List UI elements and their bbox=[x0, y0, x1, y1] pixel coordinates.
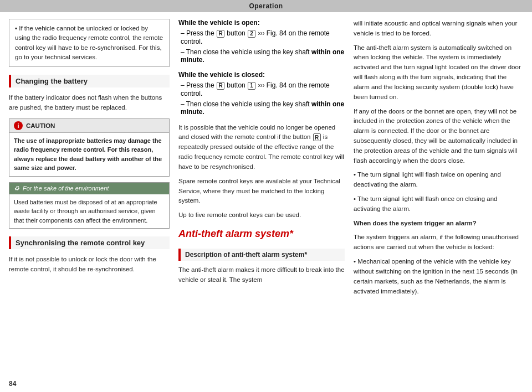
inline-button: R bbox=[313, 133, 321, 141]
closed-button-1: 1 bbox=[248, 82, 255, 90]
page-number: 84 bbox=[0, 379, 532, 392]
left-column: • If the vehicle cannot be unlocked or l… bbox=[9, 19, 170, 372]
caution-label: CAUTION bbox=[26, 122, 55, 129]
when-body: The system triggers an alarm, if the fol… bbox=[354, 233, 523, 252]
page: Operation • If the vehicle cannot be unl… bbox=[0, 0, 532, 392]
environment-header: ♻ For the sake of the environment bbox=[9, 183, 169, 194]
right-bullet1: • The turn signal light will flash twice… bbox=[354, 170, 523, 190]
while-open-item2: – Then close the vehicle using the key s… bbox=[178, 48, 345, 64]
info-box-body: If the vehicle cannot be unlocked or loc… bbox=[15, 25, 163, 60]
right-column: will initiate acoustic and optical warni… bbox=[354, 19, 523, 372]
synchronising-header: Synchronising the remote control key bbox=[9, 236, 170, 249]
middle-para1: It is possible that the vehicle could no… bbox=[178, 123, 345, 172]
right-para2: The anti-theft alarm system is automatic… bbox=[354, 43, 523, 102]
content-area: • If the vehicle cannot be unlocked or l… bbox=[0, 12, 532, 379]
info-box: • If the vehicle cannot be unlocked or l… bbox=[9, 19, 170, 67]
while-open-item1: – Press the R button 2 ››› Fig. 84 on th… bbox=[178, 29, 345, 45]
while-closed-section: While the vehicle is closed: – Press the… bbox=[178, 71, 345, 118]
right-bullet2: • The turn signal light will flash once … bbox=[354, 194, 523, 214]
caution-text: The use of inappropriate batteries may d… bbox=[14, 137, 162, 172]
environment-box: ♻ For the sake of the environment Used b… bbox=[9, 182, 170, 229]
description-label: Description of anti-theft alarm system* bbox=[185, 251, 307, 259]
when-heading-text: When does the system trigger an alarm? bbox=[354, 220, 477, 226]
changing-battery-label: Changing the battery bbox=[16, 77, 88, 85]
caution-icon: i bbox=[14, 121, 23, 130]
when-heading: When does the system trigger an alarm? bbox=[354, 219, 523, 229]
synchronising-body: If it is not possible to unlock or lock … bbox=[9, 255, 170, 275]
anti-theft-heading: Anti-theft alarm system* bbox=[178, 228, 345, 240]
environment-body: Used batteries must be disposed of at an… bbox=[9, 194, 169, 229]
changing-battery-body: If the battery indicator does not flash … bbox=[9, 93, 170, 113]
env-label: For the sake of the environment bbox=[23, 185, 109, 192]
while-open-section: While the vehicle is open: – Press the R… bbox=[178, 19, 345, 66]
middle-para3: Up to five remote control keys can be us… bbox=[178, 210, 345, 220]
while-open-heading: While the vehicle is open: bbox=[178, 19, 260, 27]
caution-body: The use of inappropriate batteries may d… bbox=[9, 133, 169, 176]
mech-bullet: • Mechanical opening of the vehicle with… bbox=[354, 257, 523, 296]
synchronising-label: Synchronising the remote control key bbox=[16, 239, 145, 247]
while-closed-item1: – Press the R button 1 ››› Fig. 84 on th… bbox=[178, 81, 345, 97]
description-body: The anti-theft alarm makes it more diffi… bbox=[178, 265, 345, 285]
right-para1: will initiate acoustic and optical warni… bbox=[354, 19, 523, 39]
middle-column: While the vehicle is open: – Press the R… bbox=[178, 19, 345, 372]
open-button-r: R bbox=[217, 30, 224, 38]
while-closed-heading: While the vehicle is closed: bbox=[178, 71, 265, 79]
changing-battery-header: Changing the battery bbox=[9, 75, 170, 87]
caution-box: i CAUTION The use of inappropriate batte… bbox=[9, 118, 170, 177]
middle-para2: Spare remote control keys are available … bbox=[178, 177, 345, 206]
env-icon: ♻ bbox=[14, 185, 19, 192]
header-title: Operation bbox=[249, 2, 283, 10]
closed-button-r: R bbox=[217, 82, 224, 90]
while-closed-item2: – Then close the vehicle using the key s… bbox=[178, 100, 345, 116]
caution-header: i CAUTION bbox=[9, 119, 169, 133]
open-button-2: 2 bbox=[248, 30, 255, 38]
header-bar: Operation bbox=[0, 0, 532, 12]
description-heading: Description of anti-theft alarm system* bbox=[178, 249, 345, 261]
right-para3: If any of the doors or the bonnet are op… bbox=[354, 107, 523, 166]
